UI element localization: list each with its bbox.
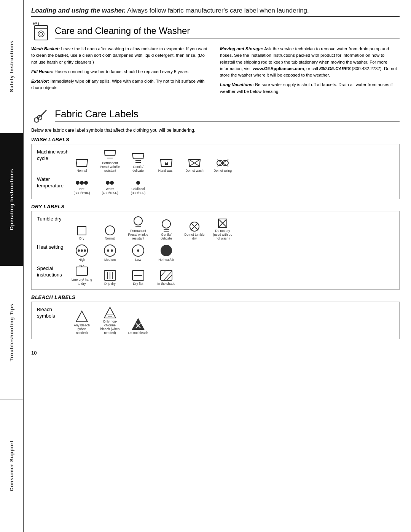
page-number: 10	[31, 350, 400, 356]
svg-point-6	[38, 22, 39, 25]
vacations-label: Long Vacations:	[220, 82, 254, 87]
machine-wash-row: Machine wash cycle Normal	[37, 149, 394, 173]
wash-gentle-icon: Gentle/ delicate	[127, 152, 149, 173]
dry-flat-caption: Dry flat	[133, 282, 143, 286]
dry-labels-title: DRY LABELS	[31, 204, 400, 209]
care-cleaning-columns: Wash Basket: Leave the lid open after wa…	[31, 46, 400, 98]
fabric-care-icon	[31, 105, 51, 125]
svg-point-38	[107, 249, 109, 252]
sidebar-label-operating: Operating Instructions	[9, 169, 14, 230]
fabric-care-title: Fabric Care Labels	[55, 108, 400, 122]
dry-do-not-tumble-caption: Do not tumble dry	[184, 233, 205, 240]
care-cleaning-header: Care and Cleaning of the Washer	[31, 22, 400, 42]
wash-permanent-press-icon: Permanent Press/ wrinkle resistant	[99, 149, 121, 173]
heat-no-heat-caption: No heat/air	[158, 258, 174, 262]
tumble-dry-row: Tumble dry Dry	[37, 216, 394, 241]
dry-do-not-dry-caption: Do not dry (used with do not wash)	[212, 229, 233, 241]
temp-cold-icon: Cold/cool (30C/85F)	[127, 176, 149, 195]
fabric-care-section: Fabric Care Labels Below are fabric care…	[31, 105, 400, 344]
tumble-dry-label: Tumble dry	[37, 216, 71, 222]
svg-point-2	[38, 31, 44, 37]
svg-point-37	[104, 245, 116, 256]
svg-point-42	[161, 245, 172, 256]
wash-permanent-press-caption: Permanent Press/ wrinkle resistant	[99, 161, 121, 173]
sidebar-section-safety: Safety Instructions	[0, 0, 23, 133]
dry-normal-icon: Normal	[99, 225, 121, 240]
fabric-section-header: Fabric Care Labels	[31, 105, 400, 125]
heat-no-heat-icon: No heat/air	[156, 244, 177, 262]
tumble-dry-icons: Dry Normal	[71, 216, 233, 241]
in-shade-icon: In the shade	[156, 270, 177, 286]
heat-setting-icons: High Medium	[71, 244, 177, 262]
sidebar-label-consumer: Consumer Support	[9, 440, 14, 491]
drip-dry-caption: Drip dry	[104, 282, 116, 286]
heat-high-caption: High	[78, 258, 85, 262]
bleach-row: Bleach symbols Any bleach (when needed)	[37, 307, 394, 335]
sidebar: Safety Instructions Operating Instructio…	[0, 0, 24, 532]
fill-hoses-para: Fill Hoses: Hoses connecting washer to f…	[31, 69, 211, 75]
exterior-label: Exterior:	[31, 79, 49, 83]
dry-normal-caption: Normal	[105, 236, 115, 240]
svg-point-22	[134, 217, 142, 225]
svg-point-36	[84, 249, 86, 252]
svg-point-4	[33, 22, 35, 25]
svg-rect-20	[78, 227, 86, 235]
dry-do-not-tumble-icon: Do not tumble dry	[184, 221, 205, 240]
header-italic: Loading and using the washer.	[31, 7, 126, 14]
sidebar-label-troubleshooting: Troubleshooting Tips	[9, 304, 14, 361]
temp-hot-icon: Hot (50C/120F)	[71, 176, 92, 195]
moving-storage-label: Moving and Storage:	[220, 46, 263, 51]
svg-point-34	[78, 249, 80, 252]
vacations-para: Long Vacations: Be sure water supply is …	[220, 81, 400, 95]
svg-point-39	[111, 249, 113, 252]
special-instructions-icons: Line dry/ hang to dry Drip dry	[71, 265, 177, 285]
machine-wash-icons: Normal Permanent Press/ wrinkle resistan…	[71, 149, 233, 173]
heat-low-icon: Low	[127, 244, 149, 262]
dry-permanent-press-icon: Permanent Press/ wrinkle resistant	[127, 216, 149, 241]
dry-icon: Dry	[71, 226, 92, 240]
wash-do-not-wring-caption: Do not wring	[213, 169, 232, 173]
do-not-bleach-icon: Do not bleach	[127, 318, 149, 335]
dry-permanent-press-caption: Permanent Press/ wrinkle resistant	[127, 229, 149, 241]
temp-cold-caption: Cold/cool (30C/85F)	[127, 187, 149, 195]
water-temp-row: Water temperature Hot (50C/120F) Warm (4…	[37, 176, 394, 195]
wash-normal-caption: Normal	[76, 169, 87, 173]
bleach-icons: Any bleach (when needed) Only non-chlori…	[71, 307, 149, 335]
heat-setting-row: Heat setting High	[37, 244, 394, 262]
svg-line-10	[41, 110, 46, 116]
wash-labels-box: Machine wash cycle Normal	[31, 144, 400, 199]
svg-rect-43	[76, 267, 88, 275]
svg-rect-0	[35, 26, 48, 40]
heat-low-caption: Low	[135, 258, 141, 262]
svg-point-3	[40, 32, 43, 35]
dry-do-not-dry-icon: Do not dry (used with do not wash)	[212, 218, 233, 241]
water-temp-label: Water temperature	[37, 176, 71, 189]
care-cleaning-title: Care and Cleaning of the Washer	[55, 26, 400, 38]
water-temp-icons: Hot (50C/120F) Warm (40C/105F) Cold/cool…	[71, 176, 149, 195]
fill-hoses-label: Fill Hoses:	[31, 69, 53, 74]
washer-icon	[31, 22, 51, 42]
wash-basket-para: Wash Basket: Leave the lid open after wa…	[31, 46, 211, 66]
temp-warm-icon: Warm (40C/105F)	[99, 176, 121, 195]
special-instructions-label: Special instructions	[37, 265, 71, 278]
website-link: www.GEAppliances.com	[253, 66, 304, 71]
moving-storage-para: Moving and Storage: Ask the service tech…	[220, 46, 400, 78]
dry-gentle-caption: Gentle/ delicate	[156, 233, 177, 240]
sidebar-label-safety: Safety Instructions	[9, 40, 14, 92]
care-cleaning-left: Wash Basket: Leave the lid open after wa…	[31, 46, 211, 98]
phone-number: 800.GE.CARES	[319, 66, 350, 71]
care-cleaning-right: Moving and Storage: Ask the service tech…	[220, 46, 400, 98]
any-bleach-caption: Any bleach (when needed)	[71, 323, 92, 335]
sidebar-section-troubleshooting: Troubleshooting Tips	[0, 266, 23, 399]
svg-rect-51	[161, 270, 172, 280]
exterior-para: Exterior: Immediately wipe off any spill…	[31, 78, 211, 91]
svg-point-35	[81, 249, 83, 252]
main-content: Loading and using the washer. Always fol…	[24, 0, 411, 532]
wash-labels-title: WASH LABELS	[31, 137, 400, 142]
fabric-care-subtitle: Below are fabric care label symbols that…	[31, 128, 400, 133]
in-shade-caption: In the shade	[158, 282, 175, 286]
machine-wash-label: Machine wash cycle	[37, 149, 71, 162]
heat-setting-label: Heat setting	[37, 244, 71, 251]
bleach-label: Bleach symbols	[37, 307, 71, 320]
svg-marker-56	[104, 307, 116, 318]
